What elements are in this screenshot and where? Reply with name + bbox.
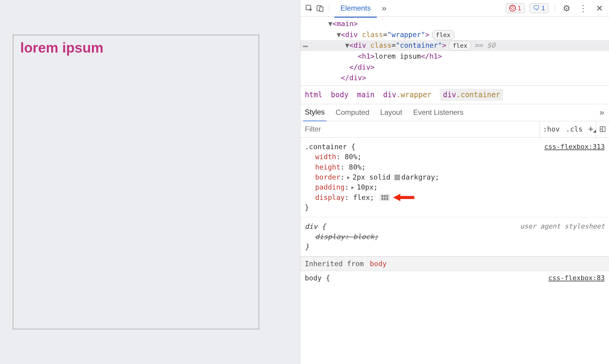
flexbox-editor-icon[interactable] <box>380 194 390 201</box>
errors-badge[interactable]: 1 <box>506 3 525 13</box>
svg-rect-9 <box>386 198 388 200</box>
hov-toggle[interactable]: :hov <box>540 125 563 133</box>
page-heading: lorem ipsum <box>20 39 252 56</box>
crumb-wrapper[interactable]: div.wrapper <box>383 91 431 99</box>
css-rule-div-ua[interactable]: user agent stylesheet div { display: blo… <box>301 217 609 256</box>
annotation-arrow-icon <box>393 193 414 202</box>
separator <box>555 3 555 13</box>
subtab-event-listeners[interactable]: Event Listeners <box>411 104 465 121</box>
styles-filter-input[interactable] <box>301 121 540 137</box>
css-rule-container[interactable]: css-flexbox:313 .container { width: 80%;… <box>301 138 609 217</box>
svg-rect-6 <box>386 195 388 197</box>
cls-toggle[interactable]: .cls <box>563 125 586 133</box>
container-element[interactable]: lorem ipsum <box>13 35 259 329</box>
rule-source-link[interactable]: css-flexbox:313 <box>544 142 605 152</box>
decl-display[interactable]: display: flex; <box>305 193 605 203</box>
styles-pane: css-flexbox:313 .container { width: 80%;… <box>301 138 609 364</box>
separator <box>329 3 329 13</box>
decl-height[interactable]: height: 80%; <box>305 162 605 172</box>
dollar-zero: == $0 <box>474 41 495 49</box>
decl-border[interactable]: border:▸2px solid darkgray; <box>305 172 605 182</box>
dom-node-main[interactable]: ▼<main> <box>301 19 609 29</box>
svg-rect-5 <box>384 195 386 197</box>
svg-marker-10 <box>393 194 414 201</box>
svg-rect-4 <box>381 195 383 197</box>
decl-padding[interactable]: padding:▸10px; <box>305 182 605 192</box>
svg-rect-2 <box>320 7 323 12</box>
tabs-overflow-icon[interactable]: » <box>379 3 389 13</box>
subtab-styles[interactable]: Styles <box>303 104 326 122</box>
flex-pill[interactable]: flex <box>449 41 471 51</box>
crumb-html[interactable]: html <box>305 91 322 99</box>
svg-rect-8 <box>384 198 386 200</box>
subtab-computed[interactable]: Computed <box>334 104 371 121</box>
shorthand-expander-icon[interactable]: ▸ <box>346 173 351 181</box>
dom-node-h1[interactable]: <h1>lorem ipsum</h1> <box>301 51 609 62</box>
issues-badge[interactable]: 1 <box>530 3 548 13</box>
subtabs-overflow-icon[interactable]: » <box>597 108 607 117</box>
svg-rect-7 <box>381 198 383 200</box>
device-toggle-icon[interactable] <box>316 4 324 12</box>
decl-display-overridden[interactable]: display: block; <box>305 232 605 242</box>
dom-node-container-selected[interactable]: ▼<div class="container">flex== $0 <box>301 40 609 51</box>
close-icon[interactable]: ✕ <box>593 3 606 13</box>
dom-node-close[interactable]: </div> <box>301 73 609 84</box>
kebab-menu-icon[interactable]: ⋮ <box>576 3 590 13</box>
crumb-main[interactable]: main <box>357 91 375 99</box>
styles-filter-row: :hov .cls +◢ <box>301 121 609 138</box>
rule-source-link[interactable]: css-flexbox:83 <box>548 274 605 282</box>
crumb-body[interactable]: body <box>331 91 349 99</box>
dom-breadcrumb: html body main div.wrapper div.container <box>301 85 609 104</box>
settings-icon[interactable]: ⚙ <box>560 3 573 13</box>
flex-pill[interactable]: flex <box>432 30 454 40</box>
new-rule-button[interactable]: +◢ <box>586 124 596 134</box>
rendered-page: lorem ipsum <box>0 0 300 364</box>
subtab-layout[interactable]: Layout <box>378 104 404 121</box>
dom-node-close[interactable]: </div> <box>301 62 609 73</box>
computed-panel-icon[interactable] <box>596 121 609 137</box>
color-swatch[interactable] <box>395 175 400 180</box>
inherited-header: Inherited from body <box>301 256 609 271</box>
styles-subtabs: Styles Computed Layout Event Listeners » <box>301 104 609 121</box>
devtools-panel: Elements » 1 1 ⚙ ⋮ ✕ ▼<main> ▼<div class… <box>300 0 609 364</box>
css-rule-body-partial[interactable]: body { css-flexbox:83 <box>301 271 609 285</box>
dom-tree[interactable]: ▼<main> ▼<div class="wrapper">flex ▼<div… <box>301 17 609 85</box>
dom-node-wrapper[interactable]: ▼<div class="wrapper">flex <box>301 29 609 40</box>
crumb-container[interactable]: div.container <box>440 89 503 101</box>
devtools-toolbar: Elements » 1 1 ⚙ ⋮ ✕ <box>301 0 609 17</box>
tab-elements[interactable]: Elements <box>334 0 377 18</box>
rule-source-ua: user agent stylesheet <box>520 221 605 231</box>
shorthand-expander-icon[interactable]: ▸ <box>351 183 355 191</box>
inspect-icon[interactable] <box>305 4 313 12</box>
decl-width[interactable]: width: 80%; <box>305 152 605 162</box>
